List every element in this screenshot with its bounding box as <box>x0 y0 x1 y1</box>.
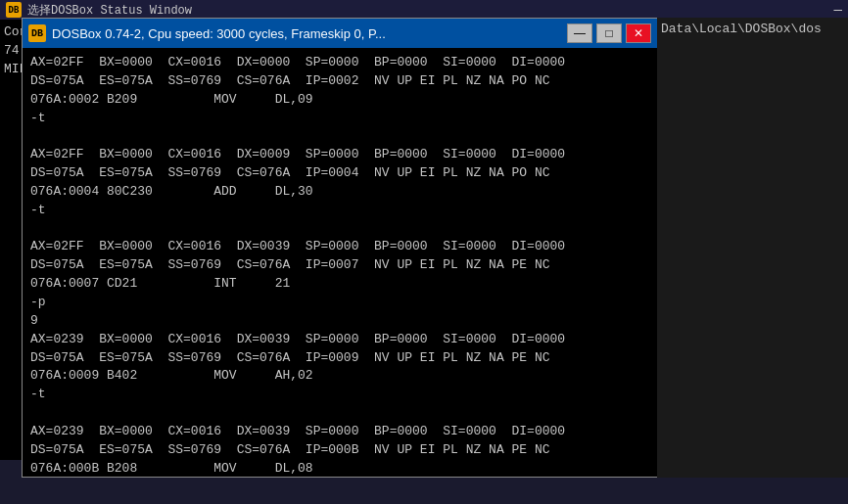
outer-window-icon: DB <box>6 2 22 18</box>
outer-title-bar: DB 选择DOSBox Status Window — <box>0 0 848 20</box>
dosbox-title-bar: DB DOSBox 0.74-2, Cpu speed: 3000 cycles… <box>23 19 657 48</box>
dosbox-window-title: DOSBox 0.74-2, Cpu speed: 3000 cycles, F… <box>52 26 561 41</box>
maximize-button[interactable]: □ <box>596 23 622 43</box>
minimize-button[interactable]: — <box>567 23 592 43</box>
dosbox-window-icon: DB <box>28 24 46 42</box>
title-bar-controls: — □ ✕ <box>567 23 651 43</box>
outer-window-title: 选择DOSBox Status Window <box>27 2 192 19</box>
dos-console-content: AX=02FF BX=0000 CX=0016 DX=0000 SP=0000 … <box>23 48 657 477</box>
right-panel: Data\Local\DOSBox\dos <box>657 18 848 478</box>
close-button[interactable]: ✕ <box>626 23 651 43</box>
outer-minimize-btn[interactable]: — <box>834 2 842 18</box>
right-panel-text: Data\Local\DOSBox\dos <box>661 22 822 36</box>
dosbox-window: DB DOSBox 0.74-2, Cpu speed: 3000 cycles… <box>22 18 658 478</box>
